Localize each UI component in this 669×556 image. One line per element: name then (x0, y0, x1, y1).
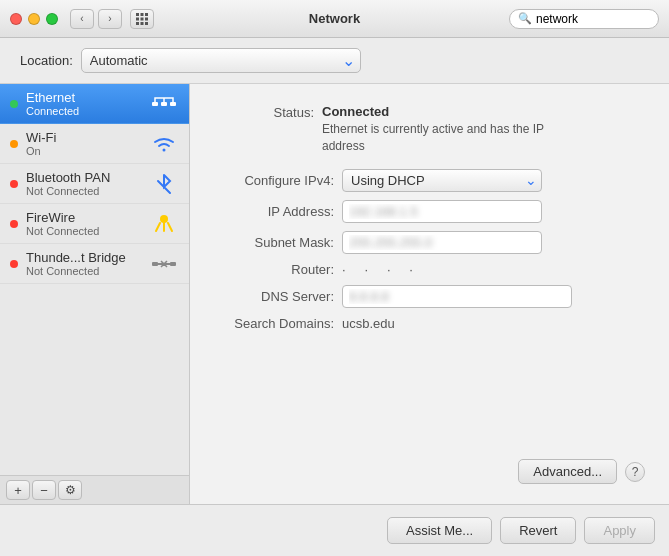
right-panel-bottom: Advanced... ? (214, 449, 645, 484)
subnet-mask-input[interactable] (342, 231, 542, 254)
advanced-button[interactable]: Advanced... (518, 459, 617, 484)
dns-server-input[interactable] (342, 285, 572, 308)
status-label: Status: (214, 104, 314, 120)
maximize-button[interactable] (46, 13, 58, 25)
location-select-wrap: Automatic Edit Locations... ⌄ (81, 48, 361, 73)
sidebar-item-status-firewire: Not Connected (26, 225, 141, 237)
ethernet-icon (149, 95, 179, 113)
search-domains-value: ucsb.edu (342, 316, 395, 331)
dns-label: DNS Server: (214, 289, 334, 304)
svg-rect-0 (136, 13, 139, 16)
sidebar-item-status-thunderbolt: Not Connected (26, 265, 141, 277)
network-settings-button[interactable]: ⚙ (58, 480, 82, 500)
sidebar-item-status-bluetooth: Not Connected (26, 185, 141, 197)
svg-rect-3 (136, 17, 139, 20)
apply-button[interactable]: Apply (584, 517, 655, 544)
nav-buttons: ‹ › (70, 9, 122, 29)
main-content: Ethernet Connected Wi-Fi (0, 84, 669, 504)
back-button[interactable]: ‹ (70, 9, 94, 29)
forward-button[interactable]: › (98, 9, 122, 29)
search-icon: 🔍 (518, 12, 532, 25)
thunderbolt-icon (149, 255, 179, 273)
firewire-icon (149, 213, 179, 235)
sidebar-item-info-wifi: Wi-Fi On (26, 130, 141, 157)
status-dot-firewire (10, 220, 18, 228)
sidebar-item-info-firewire: FireWire Not Connected (26, 210, 141, 237)
svg-rect-7 (141, 22, 144, 25)
ip-label: IP Address: (214, 204, 334, 219)
sidebar-item-name-ethernet: Ethernet (26, 90, 141, 105)
titlebar: ‹ › Network 🔍 ✕ (0, 0, 669, 38)
configure-label: Configure IPv4: (214, 173, 334, 188)
sidebar-item-bluetooth[interactable]: Bluetooth PAN Not Connected (0, 164, 189, 204)
sidebar-item-thunderbolt[interactable]: Thunde...t Bridge Not Connected (0, 244, 189, 284)
grid-button[interactable] (130, 9, 154, 29)
svg-point-12 (160, 215, 168, 223)
subnet-mask-row: Subnet Mask: (214, 231, 645, 254)
subnet-label: Subnet Mask: (214, 235, 334, 250)
dns-server-row: DNS Server: (214, 285, 645, 308)
status-desc: Ethernet is currently active and has the… (322, 121, 582, 155)
ip-address-input[interactable] (342, 200, 542, 223)
status-row: Status: Connected Ethernet is currently … (214, 104, 645, 155)
svg-rect-8 (145, 22, 148, 25)
sidebar-item-ethernet[interactable]: Ethernet Connected (0, 84, 189, 124)
right-panel: Status: Connected Ethernet is currently … (190, 84, 669, 504)
remove-network-button[interactable]: − (32, 480, 56, 500)
status-connected: Connected (322, 104, 582, 119)
svg-rect-14 (170, 262, 176, 266)
search-input[interactable] (536, 12, 669, 26)
sidebar-item-info-ethernet: Ethernet Connected (26, 90, 141, 117)
svg-rect-10 (161, 102, 167, 106)
sidebar-toolbar: + − ⚙ (0, 475, 189, 504)
svg-rect-5 (145, 17, 148, 20)
location-label: Location: (20, 53, 73, 68)
sidebar-item-name-firewire: FireWire (26, 210, 141, 225)
sidebar: Ethernet Connected Wi-Fi (0, 84, 190, 504)
svg-rect-13 (152, 262, 158, 266)
sidebar-item-firewire[interactable]: FireWire Not Connected (0, 204, 189, 244)
minimize-button[interactable] (28, 13, 40, 25)
search-domains-label: Search Domains: (214, 316, 334, 331)
search-box[interactable]: 🔍 ✕ (509, 9, 659, 29)
help-button[interactable]: ? (625, 462, 645, 482)
sidebar-item-wifi[interactable]: Wi-Fi On (0, 124, 189, 164)
location-select[interactable]: Automatic Edit Locations... (81, 48, 361, 73)
sidebar-item-name-bluetooth: Bluetooth PAN (26, 170, 141, 185)
status-dot-thunderbolt (10, 260, 18, 268)
svg-rect-4 (141, 17, 144, 20)
svg-rect-9 (152, 102, 158, 106)
bottom-bar: Assist Me... Revert Apply (0, 504, 669, 556)
router-dots: · · · · (342, 262, 415, 277)
traffic-lights (10, 13, 58, 25)
svg-rect-2 (145, 13, 148, 16)
sidebar-list: Ethernet Connected Wi-Fi (0, 84, 189, 475)
router-label: Router: (214, 262, 334, 277)
location-bar: Location: Automatic Edit Locations... ⌄ (0, 38, 669, 84)
sidebar-item-name-thunderbolt: Thunde...t Bridge (26, 250, 141, 265)
sidebar-item-status-wifi: On (26, 145, 141, 157)
configure-select-wrap: Using DHCP Manually Using BootP Off ⌄ (342, 169, 542, 192)
close-button[interactable] (10, 13, 22, 25)
revert-button[interactable]: Revert (500, 517, 576, 544)
bluetooth-icon (149, 173, 179, 195)
wifi-icon (149, 134, 179, 154)
status-value-block: Connected Ethernet is currently active a… (322, 104, 582, 155)
window-title: Network (309, 11, 360, 26)
status-dot-ethernet (10, 100, 18, 108)
add-network-button[interactable]: + (6, 480, 30, 500)
search-domains-row: Search Domains: ucsb.edu (214, 316, 645, 331)
configure-ipv4-row: Configure IPv4: Using DHCP Manually Usin… (214, 169, 645, 192)
sidebar-item-info-thunderbolt: Thunde...t Bridge Not Connected (26, 250, 141, 277)
router-value: · · · · (342, 262, 415, 277)
status-dot-wifi (10, 140, 18, 148)
svg-rect-1 (141, 13, 144, 16)
sidebar-item-info-bluetooth: Bluetooth PAN Not Connected (26, 170, 141, 197)
status-dot-bluetooth (10, 180, 18, 188)
configure-select[interactable]: Using DHCP Manually Using BootP Off (342, 169, 542, 192)
assist-me-button[interactable]: Assist Me... (387, 517, 492, 544)
svg-rect-6 (136, 22, 139, 25)
ip-address-row: IP Address: (214, 200, 645, 223)
router-row: Router: · · · · (214, 262, 645, 277)
sidebar-item-name-wifi: Wi-Fi (26, 130, 141, 145)
